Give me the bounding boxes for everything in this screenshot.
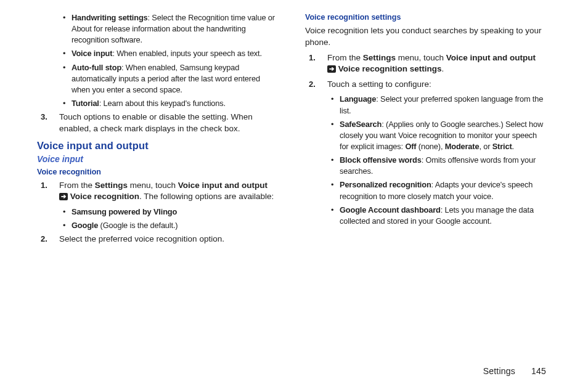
arrow-icon: ➔ <box>327 65 336 73</box>
bullet-voice-input: • Voice input: When enabled, inputs your… <box>37 48 278 59</box>
bullet-dot-icon: • <box>63 62 65 73</box>
bullet-text: : When enabled, inputs your speech as te… <box>112 49 262 58</box>
step-text: Select the preferred voice recognition o… <box>59 234 224 243</box>
vr-step-1: 1. From the Settings menu, touch Voice i… <box>37 180 278 203</box>
step-number: 3. <box>41 112 47 123</box>
step-number: 2. <box>41 234 47 245</box>
option-strict: Strict <box>492 142 512 151</box>
content-columns: • Handwriting settings: Select the Recog… <box>37 11 546 344</box>
bullet-text: . <box>512 142 514 151</box>
step-text: Touch options to enable or disable the s… <box>59 112 253 133</box>
bullet-label: Personalized recognition <box>340 180 431 189</box>
step-text: Touch a setting to configure: <box>327 80 431 89</box>
bullet-language: • Language: Select your preferred spoken… <box>305 94 546 116</box>
bullet-dot-icon: • <box>331 119 333 130</box>
heading-voice-input: Voice input <box>37 153 278 165</box>
step-text-part: From the <box>59 181 95 190</box>
bullet-block-offensive: • Block offensive words: Omits offensive… <box>305 155 546 177</box>
bullet-label: Block offensive words <box>340 155 422 165</box>
step-text-bold: Settings <box>363 53 396 62</box>
bullet-text: (Google is the default.) <box>98 221 178 230</box>
step-text-bold: Voice recognition <box>70 192 139 201</box>
option-moderate: Moderate <box>445 142 480 151</box>
bullet-dot-icon: • <box>331 94 333 105</box>
bullet-label: Voice input <box>71 49 112 58</box>
bullet-google-dashboard: • Google Account dashboard: Lets you man… <box>305 205 546 227</box>
heading-voice-input-and-output: Voice input and output <box>37 139 278 153</box>
step-text-part: . <box>442 64 444 73</box>
vrs-step-2: 2. Touch a setting to configure: <box>305 79 546 91</box>
footer-page-number: 145 <box>531 366 546 376</box>
bullet-label: Google <box>71 221 98 230</box>
bullet-label: SafeSearch <box>340 120 382 129</box>
bullet-dot-icon: • <box>331 155 333 166</box>
bullet-label: Samsung powered by Vlingo <box>71 207 177 216</box>
bullet-text: , or <box>479 142 492 151</box>
bullet-personalized-recognition: • Personalized recognition: Adapts your … <box>305 179 546 202</box>
arrow-icon: ➔ <box>59 193 68 200</box>
bullet-dot-icon: • <box>63 206 65 218</box>
bullet-dot-icon: • <box>331 179 333 190</box>
bullet-dot-icon: • <box>63 48 65 59</box>
step-number: 1. <box>309 52 316 63</box>
bullet-text: (none), <box>416 142 444 151</box>
step-3: 3. Touch options to enable or disable th… <box>37 112 278 134</box>
bullet-label: Handwriting settings <box>71 13 148 22</box>
heading-voice-recognition: Voice recognition <box>37 167 278 178</box>
step-text-bold: Voice input and output <box>178 181 267 190</box>
bullet-auto-full-stop: • Auto-full stop: When enabled, Samsung … <box>37 62 278 96</box>
footer-section: Settings <box>483 366 515 376</box>
intro-text: Voice recognition lets you conduct searc… <box>305 25 546 48</box>
bullet-text: : Learn about this keypad's functions. <box>99 99 226 108</box>
step-text-part: menu, touch <box>396 53 446 62</box>
bullet-google-default: • Google (Google is the default.) <box>37 220 278 231</box>
bullet-dot-icon: • <box>63 12 65 23</box>
bullet-dot-icon: • <box>63 98 65 109</box>
vrs-step-1: 1. From the Settings menu, touch Voice i… <box>305 52 546 75</box>
bullet-label: Language <box>340 94 376 104</box>
heading-voice-recognition-settings: Voice recognition settings <box>305 12 546 23</box>
bullet-safesearch: • SafeSearch: (Applies only to Google se… <box>305 119 546 152</box>
bullet-tutorial: • Tutorial: Learn about this keypad's fu… <box>37 98 278 109</box>
bullet-handwriting-settings: • Handwriting settings: Select the Recog… <box>37 12 278 46</box>
step-text-part: . The following options are available: <box>139 192 274 201</box>
step-text-bold: Settings <box>95 181 128 190</box>
step-text-bold: Voice input and output <box>446 53 536 62</box>
bullet-samsung-vlingo: • Samsung powered by Vlingo <box>37 206 278 218</box>
vr-step-2: 2. Select the preferred voice recognitio… <box>37 234 278 245</box>
step-text-bold: Voice recognition settings <box>338 64 442 73</box>
step-text-part: From the <box>327 53 363 62</box>
option-off: Off <box>405 142 416 151</box>
step-number: 2. <box>309 79 316 90</box>
page: • Handwriting settings: Select the Recog… <box>0 0 588 392</box>
footer: Settings 145 <box>483 365 546 377</box>
bullet-label: Google Account dashboard <box>340 205 441 214</box>
step-number: 1. <box>41 180 47 191</box>
bullet-dot-icon: • <box>331 205 333 216</box>
step-text-part: menu, touch <box>128 181 178 190</box>
bullet-label: Tutorial <box>71 99 99 108</box>
bullet-label: Auto-full stop <box>71 63 121 72</box>
bullet-dot-icon: • <box>63 220 65 231</box>
